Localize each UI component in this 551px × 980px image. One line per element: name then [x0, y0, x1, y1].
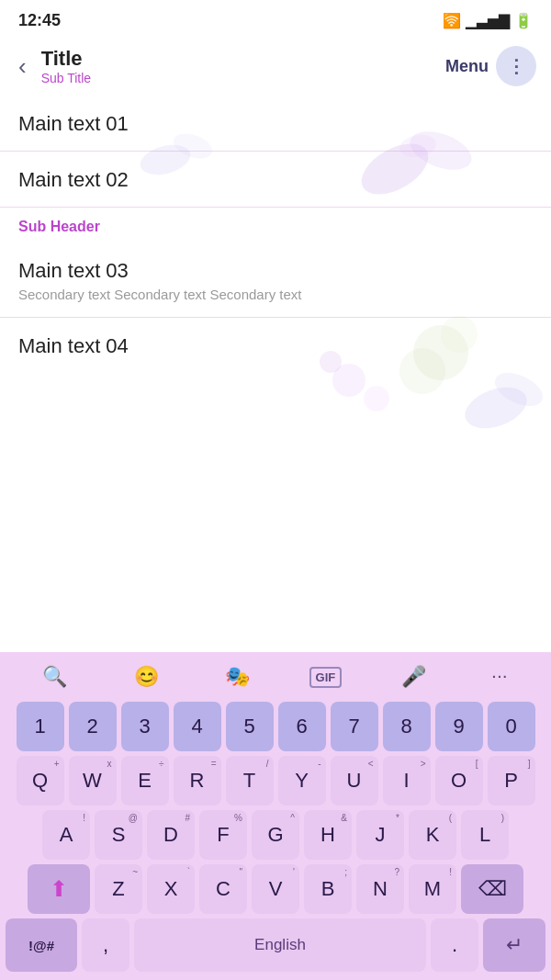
key-x[interactable]: `X	[147, 864, 195, 914]
symbols-button[interactable]: !@#	[6, 918, 77, 972]
key-2[interactable]: 2	[69, 702, 117, 751]
list-item-4-main: Main text 04	[18, 334, 129, 357]
key-h[interactable]: &H	[304, 810, 352, 860]
svg-point-10	[489, 366, 547, 413]
battery-icon: 🔋	[514, 12, 533, 29]
svg-point-7	[364, 386, 389, 411]
app-bar: ‹ Title Sub Title Menu ⋮	[0, 37, 551, 96]
key-1[interactable]: 1	[17, 702, 64, 751]
svg-point-9	[459, 379, 532, 436]
keyboard-area: 🔍 😊 🎭 GIF 🎤 ··· 1 2 3 4 5 6 7 8 9 0 +Q x…	[0, 652, 551, 980]
more-icon[interactable]: ···	[485, 666, 516, 688]
status-bar: 12:45 🛜 ▁▃▅▇ 🔋	[0, 0, 551, 37]
menu-label[interactable]: Menu	[445, 57, 489, 76]
sticker-icon[interactable]: 🎭	[218, 661, 257, 693]
app-bar-right: Menu ⋮	[445, 46, 536, 86]
status-icons: 🛜 ▁▃▅▇ 🔋	[443, 12, 533, 29]
key-w[interactable]: xW	[69, 756, 117, 805]
list-item-4[interactable]: Main text 04	[0, 318, 551, 373]
search-icon[interactable]: 🔍	[35, 661, 74, 693]
list-item-2[interactable]: Main text 02	[0, 152, 551, 208]
app-subtitle: Sub Title	[41, 71, 91, 85]
more-button[interactable]: ⋮	[496, 46, 536, 86]
key-y[interactable]: -Y	[278, 756, 326, 805]
key-c[interactable]: "C	[199, 864, 247, 914]
enter-button[interactable]: ↵	[483, 918, 545, 972]
key-j[interactable]: *J	[356, 810, 404, 860]
sub-header-text: Sub Header	[18, 219, 100, 234]
list-item-3[interactable]: Main text 03 Secondary text Secondary te…	[0, 242, 551, 318]
key-u[interactable]: <U	[331, 756, 378, 805]
key-6[interactable]: 6	[278, 702, 326, 751]
number-row: 1 2 3 4 5 6 7 8 9 0	[6, 702, 545, 751]
key-n[interactable]: ?N	[356, 864, 404, 914]
key-d[interactable]: #D	[147, 810, 195, 860]
back-button[interactable]: ‹	[15, 49, 30, 84]
sub-header: Sub Header	[0, 208, 551, 242]
period-key[interactable]: .	[431, 918, 478, 972]
asdf-row: !A @S #D %F ^G &H *J (K )L	[6, 810, 545, 860]
app-title: Title	[41, 47, 91, 71]
keyboard-toolbar: 🔍 😊 🎭 GIF 🎤 ···	[0, 652, 551, 698]
key-e[interactable]: ÷E	[121, 756, 169, 805]
mic-icon[interactable]: 🎤	[394, 661, 433, 693]
app-bar-titles: Title Sub Title	[41, 47, 91, 85]
emoji-icon[interactable]: 😊	[127, 661, 166, 693]
key-q[interactable]: +Q	[17, 756, 64, 805]
signal-icon: ▁▃▅▇	[466, 12, 510, 29]
list-item-1-main: Main text 01	[18, 112, 129, 135]
wifi-icon: 🛜	[443, 12, 461, 29]
status-time: 12:45	[18, 11, 61, 30]
zxcv-row: ⬆ ~Z `X "C 'V ;B ?N !M ⌫	[6, 864, 545, 914]
key-8[interactable]: 8	[383, 702, 431, 751]
key-0[interactable]: 0	[488, 702, 535, 751]
key-m[interactable]: !M	[409, 864, 456, 914]
list-item-3-secondary: Secondary text Secondary text Secondary …	[18, 287, 533, 302]
key-5[interactable]: 5	[226, 702, 274, 751]
qwerty-row: +Q xW ÷E =R /T -Y <U >I [O ]P	[6, 756, 545, 805]
bottom-row: !@# , English . ↵	[6, 918, 545, 972]
key-9[interactable]: 9	[435, 702, 483, 751]
list-item-1[interactable]: Main text 01	[0, 96, 551, 152]
key-k[interactable]: (K	[409, 810, 456, 860]
key-rows: 1 2 3 4 5 6 7 8 9 0 +Q xW ÷E =R /T -Y <U…	[0, 698, 551, 980]
key-p[interactable]: ]P	[488, 756, 535, 805]
app-bar-left: ‹ Title Sub Title	[15, 47, 91, 85]
space-key[interactable]: English	[134, 918, 426, 972]
key-s[interactable]: @S	[95, 810, 142, 860]
key-i[interactable]: >I	[383, 756, 431, 805]
key-v[interactable]: 'V	[252, 864, 299, 914]
key-7[interactable]: 7	[331, 702, 378, 751]
key-r[interactable]: =R	[174, 756, 221, 805]
key-b[interactable]: ;B	[304, 864, 352, 914]
key-o[interactable]: [O	[435, 756, 483, 805]
key-l[interactable]: )L	[461, 810, 509, 860]
comma-key[interactable]: ,	[82, 918, 129, 972]
key-4[interactable]: 4	[174, 702, 221, 751]
list-item-2-main: Main text 02	[18, 168, 129, 191]
delete-button[interactable]: ⌫	[461, 864, 523, 914]
key-a[interactable]: !A	[42, 810, 90, 860]
key-t[interactable]: /T	[226, 756, 274, 805]
list-item-3-main: Main text 03	[18, 259, 129, 282]
shift-button[interactable]: ⬆	[28, 864, 90, 914]
key-g[interactable]: ^G	[252, 810, 299, 860]
key-3[interactable]: 3	[121, 702, 169, 751]
shift-icon: ⬆	[50, 876, 68, 902]
content-area: Main text 01 Main text 02 Sub Header Mai…	[0, 96, 551, 463]
gif-button[interactable]: GIF	[309, 667, 343, 688]
key-z[interactable]: ~Z	[95, 864, 142, 914]
key-f[interactable]: %F	[199, 810, 247, 860]
